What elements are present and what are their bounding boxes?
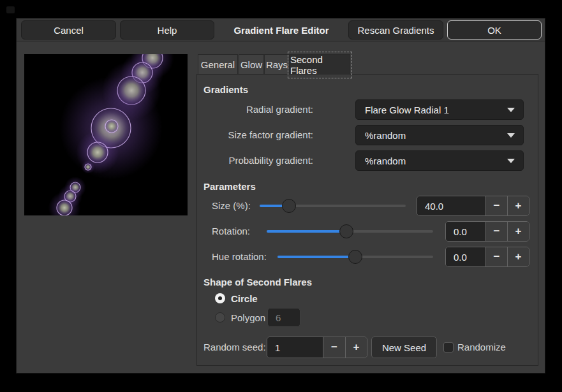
randomize-label: Randomize — [457, 337, 506, 358]
parameters-heading: Parameters — [203, 181, 256, 192]
chevron-down-icon — [507, 108, 515, 112]
minus-icon: − — [331, 341, 337, 354]
circle-radio-label: Circle — [231, 293, 258, 304]
probability-gradient-value: %random — [356, 156, 507, 166]
polygon-radio-label: Polygon — [231, 312, 265, 323]
minus-icon: − — [494, 250, 500, 263]
titlebar: Cancel Help Gradient Flare Editor Rescan… — [17, 18, 545, 41]
new-seed-button[interactable]: New Seed — [371, 337, 437, 358]
gradient-flare-editor-dialog: Cancel Help Gradient Flare Editor Rescan… — [16, 18, 545, 374]
probability-gradient-label: Probability gradient: — [203, 150, 313, 171]
size-slider-handle[interactable] — [282, 199, 296, 213]
size-label: Size (%): — [212, 196, 251, 216]
hue-rotation-label: Hue rotation: — [212, 247, 267, 267]
rotation-slider[interactable] — [267, 221, 433, 242]
plus-icon: + — [515, 225, 522, 238]
gradients-heading: Gradients — [203, 84, 248, 95]
hue-rotation-decrement-button[interactable]: − — [485, 247, 507, 266]
tab-second-flares[interactable]: Second Flares — [290, 54, 350, 75]
window-title: Gradient Flare Editor — [235, 18, 327, 41]
seed-increment-button[interactable]: + — [345, 337, 367, 358]
plus-icon: + — [515, 250, 522, 263]
rotation-slider-handle[interactable] — [339, 224, 353, 238]
size-decrement-button[interactable]: − — [485, 196, 507, 215]
random-seed-label: Random seed: — [203, 337, 266, 358]
polygon-sides-input: 6 — [267, 308, 300, 327]
random-seed-input[interactable]: 1 — [267, 337, 323, 358]
hue-rotation-slider-handle[interactable] — [348, 250, 362, 264]
flare-preview — [24, 54, 188, 215]
plus-icon: + — [515, 200, 522, 212]
cancel-button[interactable]: Cancel — [21, 20, 116, 40]
radial-gradient-label: Radial gradient: — [203, 99, 313, 120]
randomize-checkbox[interactable] — [443, 342, 454, 352]
tab-rays[interactable]: Rays — [264, 54, 290, 74]
radial-gradient-dropdown[interactable]: Flare Glow Radial 1 — [355, 99, 524, 120]
ok-button[interactable]: OK — [447, 20, 542, 40]
size-factor-gradient-dropdown[interactable]: %random — [355, 125, 524, 145]
size-factor-gradient-value: %random — [356, 130, 507, 141]
window-icon — [6, 6, 15, 13]
minus-icon: − — [494, 200, 500, 212]
tab-glow[interactable]: Glow — [239, 54, 264, 74]
rotation-decrement-button[interactable]: − — [485, 222, 507, 241]
probability-gradient-dropdown[interactable]: %random — [355, 150, 524, 171]
minus-icon: − — [494, 225, 500, 238]
plus-icon: + — [353, 341, 360, 354]
hue-rotation-increment-button[interactable]: + — [507, 247, 529, 266]
rescan-gradients-button[interactable]: Rescan Gradients — [348, 20, 443, 40]
polygon-radio[interactable] — [215, 312, 225, 323]
radial-gradient-value: Flare Glow Radial 1 — [356, 105, 507, 115]
hue-rotation-slider[interactable] — [277, 247, 433, 267]
tab-general[interactable]: General — [198, 54, 238, 74]
chevron-down-icon — [507, 133, 515, 138]
size-input[interactable]: 40.0 — [417, 196, 485, 215]
shape-heading: Shape of Second Flares — [203, 277, 312, 287]
flare-preview-svg — [24, 54, 188, 215]
rotation-input[interactable]: 0.0 — [446, 222, 485, 241]
seed-decrement-button[interactable]: − — [323, 337, 345, 358]
hue-rotation-input[interactable]: 0.0 — [446, 247, 485, 266]
size-factor-gradient-label: Size factor gradient: — [203, 125, 313, 145]
circle-radio[interactable] — [215, 293, 225, 303]
chevron-down-icon — [507, 159, 515, 163]
size-increment-button[interactable]: + — [507, 196, 529, 215]
size-slider[interactable] — [260, 196, 406, 216]
rotation-increment-button[interactable]: + — [507, 222, 529, 241]
rotation-label: Rotation: — [212, 221, 250, 242]
help-button[interactable]: Help — [120, 20, 214, 40]
